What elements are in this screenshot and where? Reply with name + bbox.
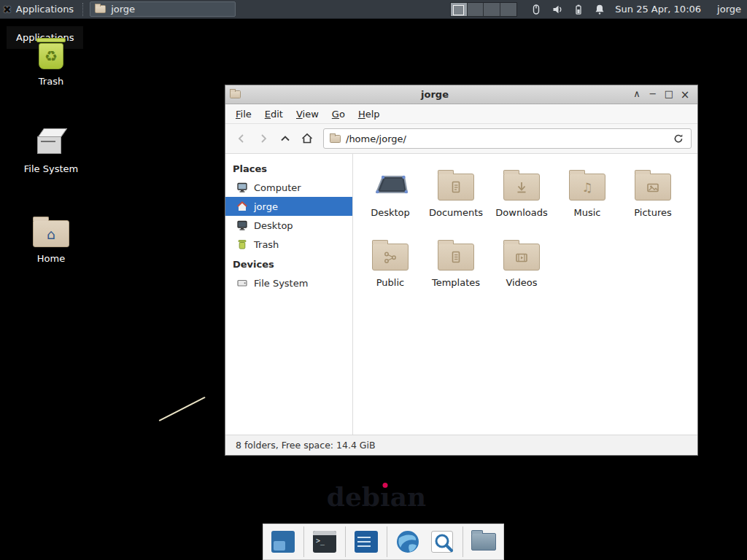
shade-button[interactable]: ∧ — [629, 88, 645, 101]
back-button[interactable] — [231, 129, 251, 149]
dock-panel: >_ — [263, 524, 504, 560]
notification-bell-icon[interactable] — [594, 4, 605, 15]
applications-menu-button[interactable]: ✖ Applications — [0, 0, 80, 18]
menu-file[interactable]: File — [229, 106, 258, 122]
menu-go[interactable]: Go — [325, 106, 352, 122]
app-finder-icon — [431, 531, 453, 553]
folder-item-documents[interactable]: Documents — [423, 163, 489, 233]
trash-icon — [236, 238, 248, 250]
dock-item-terminal[interactable]: >_ — [311, 528, 338, 556]
downloads-folder-icon — [503, 174, 540, 201]
menu-bar: File Edit View Go Help — [225, 104, 697, 124]
globe-icon — [395, 529, 421, 555]
desktop-special-icon — [371, 163, 410, 201]
status-bar: 8 folders, Free space: 14.4 GiB — [225, 435, 697, 455]
drive-icon — [236, 277, 248, 289]
desktop-icon — [236, 219, 248, 231]
maximize-button[interactable]: □ — [661, 88, 677, 101]
templates-folder-icon — [438, 244, 474, 271]
mouse-settings-icon[interactable] — [530, 4, 542, 15]
debian-logo: debıan — [325, 481, 427, 512]
dock-item-app-finder[interactable] — [428, 528, 456, 556]
sidebar-item-trash[interactable]: Trash — [225, 235, 352, 254]
file-manager-icon — [95, 5, 106, 13]
applications-menu-label: Applications — [16, 4, 74, 15]
reload-button[interactable] — [668, 129, 688, 149]
folder-item-music[interactable]: ♫ Music — [554, 163, 620, 233]
panel-user-menu[interactable]: jorge — [717, 4, 741, 15]
trash-icon: ♻ — [36, 38, 66, 70]
taskbar-window-button[interactable]: jorge — [90, 1, 236, 17]
dock-separator — [387, 526, 387, 557]
music-folder-icon: ♫ — [569, 174, 605, 201]
sidebar-header-devices: Devices — [225, 254, 352, 273]
documents-folder-icon — [438, 174, 474, 201]
computer-icon — [236, 182, 248, 193]
dock-item-file-manager[interactable] — [470, 528, 498, 556]
pictures-folder-icon — [635, 174, 671, 201]
folder-item-videos[interactable]: Videos — [489, 233, 554, 303]
videos-folder-icon — [503, 244, 540, 271]
terminal-icon: >_ — [313, 531, 336, 553]
folder-item-pictures[interactable]: Pictures — [620, 163, 686, 233]
sidebar-item-file-system[interactable]: File System — [225, 273, 352, 292]
desktop-icon-file-system[interactable]: File System — [15, 125, 88, 174]
path-text[interactable]: /home/jorge/ — [346, 133, 663, 144]
dock-separator — [345, 526, 346, 557]
minimize-button[interactable]: − — [645, 88, 661, 101]
public-folder-icon — [372, 244, 409, 271]
editor-icon — [355, 531, 378, 553]
volume-icon[interactable] — [551, 4, 563, 15]
folder-item-downloads[interactable]: Downloads — [489, 163, 554, 233]
sidebar-item-computer[interactable]: Computer — [225, 178, 352, 197]
battery-icon[interactable] — [573, 4, 584, 15]
window-title: jorge — [241, 89, 629, 100]
toolbar: /home/jorge/ — [225, 124, 697, 154]
workspace-switcher[interactable] — [450, 2, 517, 17]
desktop-icon-trash[interactable]: ♻ Trash — [15, 38, 88, 87]
artifact-line — [159, 397, 206, 421]
panel-clock[interactable]: Sun 25 Apr, 10:06 — [615, 4, 701, 15]
forward-button[interactable] — [253, 129, 273, 149]
workspace-1[interactable] — [451, 3, 468, 16]
sidebar-item-jorge[interactable]: jorge — [225, 197, 352, 216]
folder-view: Desktop Documents Downloads ♫ Music — [353, 154, 697, 435]
home-icon — [236, 201, 248, 212]
desktop-icon-label: Trash — [39, 76, 63, 87]
workspace-3[interactable] — [484, 3, 500, 16]
location-bar[interactable]: /home/jorge/ — [323, 128, 692, 149]
menu-edit[interactable]: Edit — [258, 106, 290, 122]
top-panel: ✖ Applications jorge Sun 25 Apr, 10:06 j… — [0, 0, 747, 19]
folder-item-templates[interactable]: Templates — [423, 233, 489, 303]
window-titlebar[interactable]: jorge ∧ − □ × — [225, 85, 697, 104]
debian-logo-i-dot: ı — [380, 481, 390, 512]
status-text: 8 folders, Free space: 14.4 GiB — [236, 440, 376, 451]
folder-item-desktop[interactable]: Desktop — [357, 163, 423, 233]
folder-item-public[interactable]: Public — [357, 233, 423, 303]
xfce-logo-icon: ✖ — [3, 4, 12, 15]
up-button[interactable] — [275, 129, 295, 149]
desktop-icon-label: File System — [24, 163, 78, 174]
dock-item-web-browser[interactable] — [394, 528, 422, 556]
menu-view[interactable]: View — [290, 106, 325, 122]
close-button[interactable]: × — [677, 88, 693, 101]
dock-separator — [462, 526, 463, 557]
desktop-icon-label: Home — [37, 253, 65, 264]
panel-separator — [82, 3, 83, 16]
menu-help[interactable]: Help — [352, 106, 387, 122]
dock-item-desktop-settings[interactable] — [269, 528, 297, 556]
dock-item-text-editor[interactable] — [352, 528, 380, 556]
sidebar-item-desktop[interactable]: Desktop — [225, 216, 352, 235]
workspace-4[interactable] — [500, 3, 516, 16]
sidebar: Places Computer jorge Desktop Trash Devi… — [225, 154, 353, 435]
home-button[interactable] — [297, 129, 317, 149]
desktop-icon-home[interactable]: ⌂ Home — [15, 214, 88, 264]
sidebar-header-places: Places — [225, 158, 352, 178]
workspace-2[interactable] — [468, 3, 484, 16]
system-tray — [530, 4, 605, 15]
file-system-icon — [34, 125, 68, 158]
taskbar-window-label: jorge — [111, 4, 135, 15]
windows-icon — [271, 531, 295, 553]
folder-icon — [471, 533, 496, 551]
window-icon — [230, 90, 241, 98]
